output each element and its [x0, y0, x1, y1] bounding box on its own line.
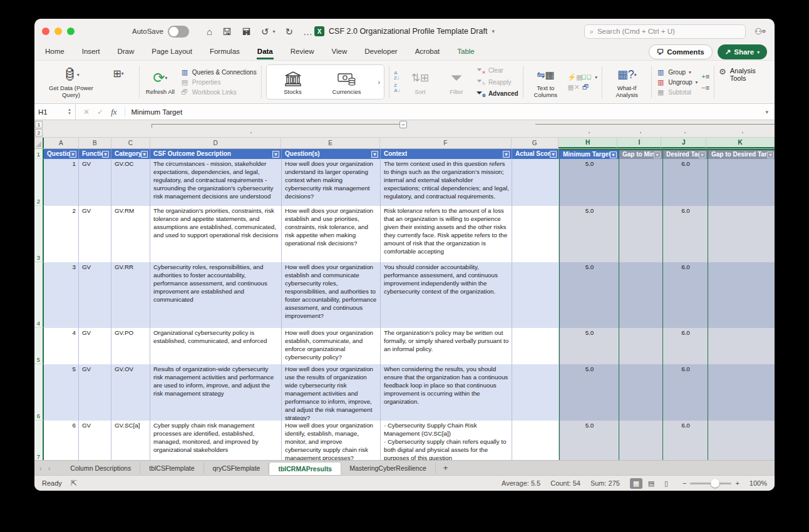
prev-sheet-icon[interactable]: ‹: [39, 464, 42, 472]
cell-description-row2[interactable]: The circumstances - mission, stakeholder…: [150, 159, 282, 206]
page-layout-view-button[interactable]: ▤: [645, 478, 657, 489]
group-button[interactable]: ▥Group ▾: [656, 68, 698, 76]
data-validation-icon[interactable]: ✓⃠: [581, 73, 590, 81]
formula-bar-expand-icon[interactable]: ▾: [765, 109, 768, 115]
cell-actual-row3[interactable]: [512, 206, 559, 262]
zoom-out-icon[interactable]: −: [683, 479, 686, 487]
next-sheet-icon[interactable]: ›: [48, 464, 51, 472]
document-title[interactable]: CSF 2.0 Organizational Profile Template …: [329, 27, 487, 36]
row-header-7[interactable]: 7: [34, 421, 44, 460]
row-header-6[interactable]: 6: [34, 364, 44, 421]
column-header-B[interactable]: B: [79, 138, 111, 148]
flash-fill-icon[interactable]: ⚡▦: [567, 73, 576, 81]
save-icon[interactable]: 🖫: [222, 27, 232, 36]
cell-question-row5[interactable]: How well does your organization establis…: [282, 328, 381, 364]
ungroup-button[interactable]: ▥Ungroup ▾: [656, 78, 698, 86]
cell-gap_min-row3[interactable]: [619, 206, 662, 262]
table-header-desired[interactable]: Desired Target▼: [662, 149, 708, 159]
refresh-all-button[interactable]: ⟳▾ Refresh All: [144, 68, 177, 96]
cell-gap_min-row4[interactable]: [619, 262, 662, 328]
cell-num-row6[interactable]: 5: [44, 364, 79, 421]
ribbon-tab-home[interactable]: Home: [44, 45, 65, 59]
ribbon-tab-formulas[interactable]: Formulas: [209, 45, 240, 59]
subtotal-button[interactable]: ▦Subtotal: [656, 88, 698, 96]
cell-question-row4[interactable]: How well does your organization establis…: [282, 262, 381, 328]
cell-question-row7[interactable]: How well does your organization identify…: [282, 421, 381, 460]
cancel-entry-icon[interactable]: ✕: [83, 108, 90, 116]
name-box-stepper[interactable]: ▲▼: [68, 108, 71, 115]
ribbon-tab-draw[interactable]: Draw: [116, 45, 135, 59]
cell-description-row5[interactable]: Organizational cybersecurity policy is e…: [150, 328, 282, 364]
filter-dropdown-icon[interactable]: ▼: [550, 151, 557, 158]
filter-dropdown-icon[interactable]: ▼: [767, 151, 774, 158]
sheet-tab-tblcsftemplate[interactable]: tblCSFtemplate: [140, 463, 204, 474]
save-as-icon[interactable]: 🖬: [242, 27, 251, 36]
cell-description-row7[interactable]: Cyber supply chain risk management proce…: [150, 421, 282, 460]
cell-gap_desired-row7[interactable]: [708, 421, 775, 460]
filter-dropdown-icon[interactable]: ▼: [503, 151, 510, 158]
filter-dropdown-icon[interactable]: ▼: [699, 151, 706, 158]
cell-num-row7[interactable]: 6: [44, 421, 79, 460]
comments-button[interactable]: 🗩Comments: [649, 44, 713, 59]
reapply-filter-button[interactable]: ⏷↻Reapply: [477, 77, 518, 86]
cell-category-row7[interactable]: GV.SC[a]: [111, 421, 150, 460]
cell-category-row3[interactable]: GV.RM: [111, 206, 150, 262]
confirm-entry-icon[interactable]: ✓: [97, 108, 103, 116]
recent-sources-button[interactable]: ⊞▾: [102, 63, 135, 83]
close-window-button[interactable]: [42, 28, 49, 35]
undo-chevron-icon[interactable]: ▾: [273, 29, 276, 34]
cell-category-row6[interactable]: GV.OV: [111, 364, 150, 421]
outline-level-1-button[interactable]: 1: [35, 121, 43, 128]
cell-actual-row6[interactable]: [512, 364, 559, 421]
filter-dropdown-icon[interactable]: ▼: [102, 151, 109, 158]
normal-view-button[interactable]: ▦: [630, 478, 642, 489]
remove-duplicates-icon[interactable]: ▦✕: [567, 83, 576, 91]
row-header-2[interactable]: 2: [34, 159, 44, 206]
show-detail-icon[interactable]: +≡: [701, 73, 709, 80]
get-data-button[interactable]: 🛢▾ Get Data (Power Query): [44, 64, 98, 100]
workbook-links-button[interactable]: 🗗Workbook Links: [180, 88, 257, 96]
ribbon-tab-table[interactable]: Table: [456, 45, 475, 59]
cell-actual-row2[interactable]: [512, 159, 559, 206]
cell-question-row3[interactable]: How well does your organization establis…: [282, 206, 381, 262]
column-header-F[interactable]: F: [380, 138, 512, 148]
stocks-data-type[interactable]: Stocks: [271, 69, 316, 95]
search-input[interactable]: [597, 28, 740, 35]
filter-dropdown-icon[interactable]: ▼: [610, 151, 617, 158]
text-to-columns-button[interactable]: ⇋▦ Text to Columns: [528, 64, 564, 100]
zoom-window-button[interactable]: [67, 28, 75, 35]
minimize-window-button[interactable]: [54, 28, 62, 35]
zoom-slider[interactable]: [690, 483, 731, 484]
what-if-analysis-button[interactable]: ▦?▾ What-If Analysis: [607, 64, 647, 100]
column-header-J[interactable]: J: [661, 138, 706, 148]
table-header-function[interactable]: Function▼: [79, 149, 111, 159]
cell-min-row6[interactable]: 5.0: [559, 364, 619, 421]
cell-description-row4[interactable]: Cybersecurity roles, responsibilities, a…: [150, 262, 282, 328]
hide-detail-icon[interactable]: −≡: [701, 84, 709, 91]
table-header-category[interactable]: Category▼: [111, 149, 150, 159]
cell-desired-row4[interactable]: 6.0: [662, 262, 708, 328]
name-box[interactable]: H1 ▲▼: [34, 104, 76, 120]
table-header-actual[interactable]: Actual Score▼: [512, 149, 559, 159]
table-header-gap_min[interactable]: Gap to Minimum▼: [619, 149, 662, 159]
filter-dropdown-icon[interactable]: ▼: [141, 151, 148, 158]
cell-desired-row6[interactable]: 6.0: [662, 364, 708, 421]
cell-context-row5[interactable]: The organization’s policy may be written…: [381, 328, 512, 364]
cell-context-row3[interactable]: Risk tolerance refers to the amount of a…: [381, 206, 512, 262]
cell-actual-row5[interactable]: [512, 328, 559, 364]
filter-dropdown-icon[interactable]: ▼: [272, 151, 279, 158]
cell-category-row5[interactable]: GV.PO: [111, 328, 150, 364]
column-header-A[interactable]: A: [44, 138, 79, 148]
cell-actual-row4[interactable]: [512, 262, 559, 328]
cell-desired-row5[interactable]: 6.0: [662, 328, 708, 364]
add-sheet-button[interactable]: +: [437, 463, 455, 473]
cell-function-row6[interactable]: GV: [79, 364, 111, 421]
ribbon-tab-data[interactable]: Data: [257, 45, 274, 59]
cell-gap_min-row2[interactable]: [619, 159, 662, 206]
title-chevron-icon[interactable]: ▾: [492, 28, 495, 34]
collapse-group-button[interactable]: −: [399, 121, 407, 128]
redo-icon[interactable]: ↻: [286, 27, 294, 36]
sort-ascending-button[interactable]: AZ↓: [394, 71, 400, 81]
cell-min-row5[interactable]: 5.0: [559, 328, 619, 364]
ribbon-tab-view[interactable]: View: [331, 45, 348, 59]
